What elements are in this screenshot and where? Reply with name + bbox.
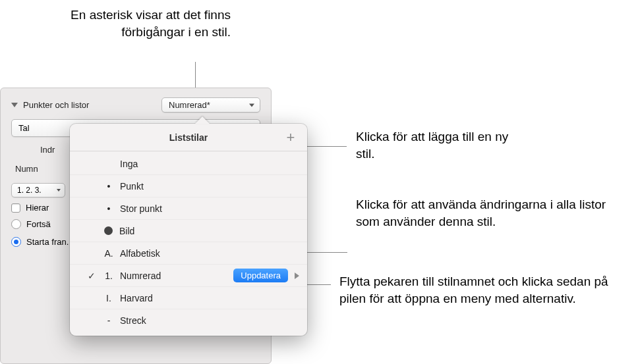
bullet-marker: I.: [102, 293, 116, 303]
list-style-item-dash[interactable]: - Streck: [70, 309, 307, 332]
popover-title: Liststilar: [169, 132, 208, 143]
list-style-select-value: Numrerad*: [169, 100, 210, 110]
list-style-label: Streck: [120, 315, 146, 326]
continue-label: Fortsä: [26, 219, 51, 229]
list-style-item-harvard[interactable]: I. Harvard: [70, 287, 307, 309]
annotation-update-style: Klicka för att använda ändringarna i all…: [356, 196, 606, 230]
popover-list: Inga • Punkt • Stor punkt Bild A. Alfabe…: [70, 151, 307, 336]
start-from-label: Starta fran.: [26, 237, 69, 247]
bullet-marker: 1.: [102, 271, 116, 281]
checkmark-icon: ✓: [86, 271, 98, 281]
popover-header: Liststilar +: [70, 124, 307, 151]
list-style-label: Stor punkt: [120, 203, 162, 214]
start-from-radio[interactable]: [11, 237, 21, 247]
bullet-marker: •: [102, 181, 116, 192]
hierarchy-label: Hierar: [26, 203, 49, 213]
list-styles-popover: Liststilar + Inga • Punkt • Stor punkt B…: [70, 124, 307, 336]
continue-radio[interactable]: [11, 219, 21, 229]
list-style-label: Inga: [120, 159, 138, 169]
chevron-right-icon[interactable]: [295, 273, 299, 279]
list-style-item-alpha[interactable]: A. Alfabetisk: [70, 242, 307, 265]
list-style-item-big-bullet[interactable]: • Stor punkt: [70, 197, 307, 220]
bullets-lists-row: Punkter och listor Numrerad*: [11, 97, 260, 113]
list-style-label: Harvard: [120, 293, 153, 303]
number-format-select[interactable]: 1. 2. 3.: [11, 183, 65, 197]
bullets-lists-header[interactable]: Punkter och listor: [11, 100, 89, 110]
list-style-label: Bild: [119, 226, 134, 236]
list-style-label: Numrerad: [120, 271, 161, 281]
bullet-marker: •: [102, 203, 116, 214]
bullet-marker: -: [102, 315, 116, 326]
bullet-marker: A.: [102, 248, 116, 259]
list-style-item-numbered[interactable]: ✓ 1. Numrerad Uppdatera: [70, 265, 307, 287]
list-style-item-none[interactable]: Inga: [70, 153, 307, 175]
disclosure-triangle-icon[interactable]: [11, 103, 18, 107]
plus-icon: +: [287, 129, 295, 146]
list-style-item-image[interactable]: Bild: [70, 220, 307, 242]
annotation-add-style: Klicka för att lägga till en ny stil.: [356, 128, 521, 162]
hierarchy-checkbox[interactable]: [11, 203, 20, 213]
annotation-hover-arrow: Flytta pekaren till stilnamnet och klick…: [339, 273, 629, 307]
list-style-select[interactable]: Numrerad*: [161, 97, 260, 113]
number-type-value: Tal: [18, 123, 30, 133]
annotation-asterisk: En asterisk visar att det finns förbigån…: [33, 7, 231, 40]
image-bullet-icon: [104, 226, 113, 235]
list-style-label: Punkt: [120, 181, 144, 192]
list-style-label: Alfabetisk: [120, 248, 160, 259]
add-style-button[interactable]: +: [283, 130, 298, 145]
number-format-value: 1. 2. 3.: [17, 186, 42, 195]
update-style-button[interactable]: Uppdatera: [233, 269, 288, 282]
section-title: Punkter och listor: [23, 100, 89, 110]
annotation-leader-line: [307, 146, 347, 147]
list-style-item-bullet[interactable]: • Punkt: [70, 175, 307, 197]
